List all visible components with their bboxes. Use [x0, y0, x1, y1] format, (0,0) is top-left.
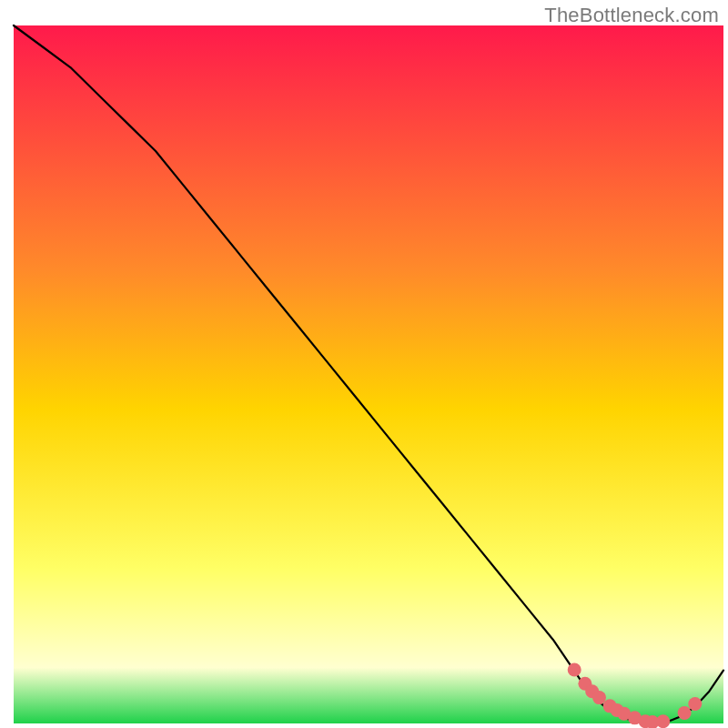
curve-marker — [688, 697, 702, 711]
plot-background-gradient — [14, 25, 723, 723]
chart-frame: TheBottleneck.com — [0, 0, 728, 728]
curve-marker — [678, 706, 692, 720]
curve-marker — [592, 691, 606, 704]
bottleneck-chart — [0, 0, 728, 728]
curve-marker — [656, 714, 670, 728]
curve-marker — [568, 662, 581, 676]
